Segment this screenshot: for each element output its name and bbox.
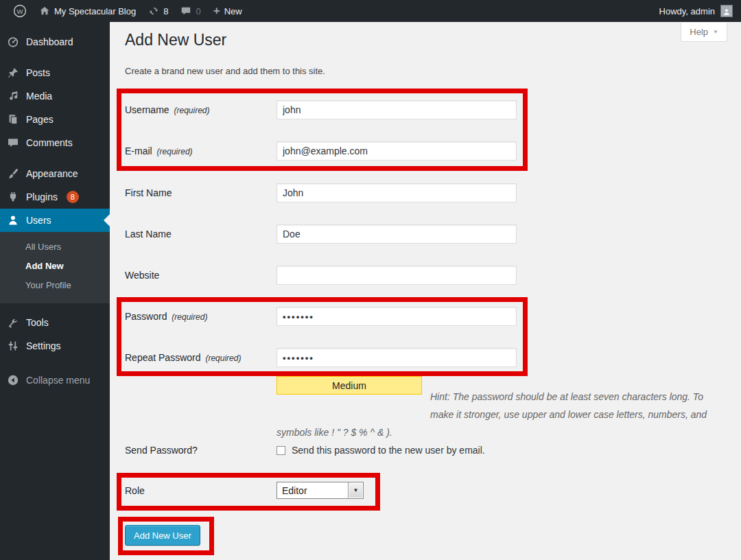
sidebar-item-label: Appearance bbox=[26, 168, 78, 179]
password-label-text: Password bbox=[125, 311, 167, 322]
update-icon bbox=[148, 5, 159, 16]
comment-count: 0 bbox=[196, 6, 200, 16]
sidebar-item-media[interactable]: Media bbox=[0, 84, 110, 108]
first-name-input[interactable] bbox=[277, 183, 517, 202]
username-label-text: Username bbox=[125, 104, 169, 115]
page-subtitle: Create a brand new user and add them to … bbox=[125, 66, 325, 76]
send-password-checkbox-label: Send this password to the new user by em… bbox=[292, 445, 485, 456]
last-name-input[interactable] bbox=[277, 224, 517, 244]
required-hint: (required) bbox=[157, 147, 193, 156]
dashboard-icon bbox=[6, 36, 20, 48]
sidebar-item-appearance[interactable]: Appearance bbox=[0, 162, 110, 185]
media-icon bbox=[6, 90, 20, 102]
avatar[interactable] bbox=[720, 5, 733, 17]
role-label: Role bbox=[125, 485, 277, 496]
role-label-text: Role bbox=[125, 485, 145, 496]
sidebar-item-label: Tools bbox=[26, 317, 49, 328]
collapse-menu-label: Collapse menu bbox=[26, 375, 90, 386]
last-name-label: Last Name bbox=[125, 229, 277, 240]
paintbrush-icon bbox=[6, 167, 20, 180]
sidebar-item-posts[interactable]: Posts bbox=[0, 61, 110, 84]
svg-text:W: W bbox=[17, 8, 23, 15]
pushpin-icon bbox=[6, 67, 20, 79]
comment-bubble-icon bbox=[180, 5, 191, 16]
plugins-update-badge: 8 bbox=[67, 191, 79, 203]
collapse-menu-button[interactable]: Collapse menu bbox=[0, 369, 110, 392]
password-label: Password (required) bbox=[125, 311, 277, 322]
chevron-down-icon: ▼ bbox=[713, 29, 718, 35]
site-name: My Spectacular Blog bbox=[54, 6, 136, 16]
plus-icon: + bbox=[213, 5, 220, 16]
sidebar-item-label: Plugins bbox=[26, 191, 58, 202]
add-new-user-button[interactable]: Add New User bbox=[125, 525, 200, 546]
sidebar-item-label: Settings bbox=[26, 340, 61, 351]
plugin-icon bbox=[6, 191, 20, 203]
website-row: Website bbox=[125, 266, 517, 285]
admin-bar: W My Spectacular Blog 8 0 + New Howdy, bbox=[0, 0, 741, 22]
email-label-text: E-mail bbox=[125, 145, 152, 156]
admin-sidebar: Dashboard Posts Media Pages Comments App… bbox=[0, 22, 110, 560]
updates-link[interactable]: 8 bbox=[142, 0, 174, 22]
settings-icon bbox=[6, 340, 20, 352]
send-password-label: Send Password? bbox=[125, 445, 277, 456]
page-title: Add New User bbox=[125, 30, 226, 51]
required-hint: (required) bbox=[172, 312, 207, 322]
submenu-item-add-new[interactable]: Add New bbox=[0, 257, 110, 276]
website-label-text: Website bbox=[125, 270, 159, 281]
sidebar-item-pages[interactable]: Pages bbox=[0, 108, 110, 131]
wordpress-logo-menu[interactable]: W bbox=[7, 0, 33, 22]
repeat-password-label: Repeat Password (required) bbox=[125, 352, 277, 363]
select-dropdown-arrow-icon: ▼ bbox=[348, 482, 363, 498]
sidebar-item-label: Media bbox=[26, 91, 52, 102]
repeat-password-input[interactable] bbox=[277, 348, 517, 367]
sidebar-item-comments[interactable]: Comments bbox=[0, 131, 110, 154]
sidebar-item-users[interactable]: Users bbox=[0, 209, 110, 232]
pages-icon bbox=[6, 113, 20, 126]
sidebar-item-label: Users bbox=[26, 215, 51, 226]
website-input[interactable] bbox=[277, 266, 517, 285]
sidebar-item-label: Comments bbox=[26, 137, 73, 148]
sidebar-item-label: Pages bbox=[26, 114, 54, 125]
site-name-link[interactable]: My Spectacular Blog bbox=[33, 0, 142, 22]
username-input[interactable] bbox=[277, 100, 517, 119]
collapse-arrow-icon bbox=[6, 374, 20, 386]
password-input[interactable] bbox=[277, 307, 517, 326]
help-button[interactable]: Help ▼ bbox=[681, 23, 727, 42]
role-row: Role Editor ▼ bbox=[125, 482, 364, 499]
password-strength-indicator: Medium bbox=[277, 376, 422, 395]
sidebar-item-label: Posts bbox=[26, 67, 50, 78]
submenu-item-your-profile[interactable]: Your Profile bbox=[0, 276, 110, 295]
send-password-checkbox[interactable] bbox=[277, 446, 285, 455]
sidebar-item-settings[interactable]: Settings bbox=[0, 334, 110, 358]
users-icon bbox=[6, 214, 20, 226]
main-content: Help ▼ Add New User Create a brand new u… bbox=[110, 22, 741, 560]
first-name-label-text: First Name bbox=[125, 187, 172, 198]
users-submenu: All Users Add New Your Profile bbox=[0, 232, 110, 303]
wordpress-logo-icon: W bbox=[13, 4, 27, 18]
submenu-item-all-users[interactable]: All Users bbox=[0, 237, 110, 257]
repeat-password-label-text: Repeat Password bbox=[125, 352, 201, 363]
wrench-icon bbox=[6, 316, 20, 329]
username-row: Username (required) bbox=[125, 100, 517, 119]
help-button-label: Help bbox=[690, 27, 708, 37]
sidebar-item-label: Dashboard bbox=[26, 36, 73, 47]
sidebar-item-tools[interactable]: Tools bbox=[0, 311, 110, 334]
sidebar-item-plugins[interactable]: Plugins 8 bbox=[0, 185, 110, 209]
last-name-label-text: Last Name bbox=[125, 229, 172, 240]
sidebar-item-dashboard[interactable]: Dashboard bbox=[0, 30, 110, 54]
new-label: New bbox=[224, 6, 242, 16]
comments-link[interactable]: 0 bbox=[174, 0, 207, 22]
email-input[interactable] bbox=[277, 141, 517, 161]
update-count: 8 bbox=[163, 6, 168, 16]
home-icon bbox=[39, 5, 50, 16]
email-label: E-mail (required) bbox=[125, 145, 277, 156]
role-select[interactable]: Editor ▼ bbox=[277, 482, 364, 499]
password-hint: Hint: The password should be at least se… bbox=[277, 388, 716, 441]
email-row: E-mail (required) bbox=[125, 141, 517, 161]
password-row: Password (required) bbox=[125, 307, 517, 326]
howdy-text[interactable]: Howdy, admin bbox=[659, 6, 715, 16]
new-content-menu[interactable]: + New bbox=[207, 0, 248, 22]
first-name-label: First Name bbox=[125, 187, 277, 198]
send-password-row: Send Password? Send this password to the… bbox=[125, 443, 485, 457]
website-label: Website bbox=[125, 270, 277, 281]
